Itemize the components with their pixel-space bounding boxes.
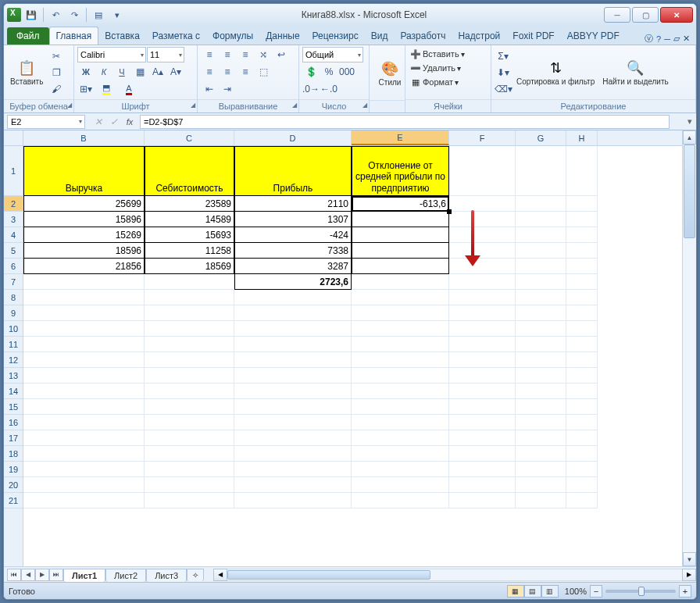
cell[interactable] (145, 290, 234, 305)
cell[interactable]: 2723,6 (234, 274, 352, 290)
align-left-icon[interactable]: ≡ (201, 64, 218, 80)
cell[interactable] (352, 227, 449, 243)
cell[interactable]: 15269 (23, 227, 145, 243)
row-header[interactable]: 15 (4, 399, 23, 415)
row-header[interactable]: 6 (4, 259, 23, 274)
cell[interactable] (566, 243, 598, 259)
zoom-in-button[interactable]: + (679, 585, 691, 598)
cell[interactable] (234, 446, 352, 462)
cell[interactable] (23, 368, 145, 384)
cell[interactable]: 18569 (145, 259, 234, 274)
decrease-font-icon[interactable]: A▾ (167, 64, 184, 80)
cell[interactable] (145, 305, 234, 321)
cell[interactable] (234, 430, 352, 446)
cell[interactable] (145, 446, 234, 462)
cell[interactable] (234, 290, 352, 305)
row-header[interactable]: 7 (4, 274, 23, 290)
cell[interactable] (566, 430, 598, 446)
col-header[interactable]: B (23, 130, 145, 145)
zoom-label[interactable]: 100% (565, 587, 587, 596)
cell[interactable] (566, 415, 598, 430)
col-header[interactable]: D (234, 130, 352, 145)
tab-view[interactable]: Вид (365, 27, 395, 45)
row-header[interactable]: 13 (4, 368, 23, 384)
row-header[interactable]: 21 (4, 493, 23, 508)
increase-font-icon[interactable]: A▴ (149, 64, 166, 80)
tab-nav-last-icon[interactable]: ⏭ (49, 569, 63, 581)
increase-decimal-icon[interactable]: .0→ (302, 81, 320, 97)
cell[interactable] (449, 196, 516, 212)
horizontal-scrollbar[interactable]: ◀ ▶ (213, 569, 696, 581)
cell[interactable] (23, 290, 145, 305)
scroll-right-icon[interactable]: ▶ (682, 569, 696, 581)
view-pagelayout-icon[interactable]: ▤ (524, 585, 541, 598)
cell[interactable] (566, 146, 598, 196)
cell[interactable] (352, 430, 449, 446)
cell[interactable] (516, 430, 566, 446)
cell[interactable] (566, 368, 598, 384)
qat-customize-icon[interactable]: ▾ (109, 6, 126, 23)
cell[interactable] (566, 384, 598, 399)
cell[interactable]: 15896 (23, 212, 145, 227)
cell[interactable] (352, 321, 449, 337)
cell[interactable]: 1307 (234, 212, 352, 227)
row-header[interactable]: 1 (4, 146, 23, 196)
col-header[interactable]: G (516, 130, 566, 145)
cell[interactable] (566, 446, 598, 462)
align-center-icon[interactable]: ≡ (219, 64, 236, 80)
cell[interactable] (516, 337, 566, 352)
font-size-combo[interactable]: 11 (147, 47, 184, 62)
cell[interactable] (449, 352, 516, 368)
tab-insert[interactable]: Вставка (98, 27, 146, 45)
cell[interactable] (566, 321, 598, 337)
help-icon[interactable]: ? (656, 34, 661, 44)
cell[interactable] (449, 321, 516, 337)
cell[interactable] (449, 430, 516, 446)
cell[interactable] (145, 337, 234, 352)
cell[interactable] (23, 305, 145, 321)
number-launcher-icon[interactable]: ◢ (362, 102, 367, 109)
cell[interactable] (145, 430, 234, 446)
row-header[interactable]: 8 (4, 290, 23, 305)
tab-nav-prev-icon[interactable]: ◀ (21, 569, 35, 581)
sort-filter-button[interactable]: ⇅ Сортировка и фильтр (513, 57, 598, 87)
cell[interactable]: 3287 (234, 259, 352, 274)
cell[interactable] (234, 305, 352, 321)
cell[interactable] (449, 493, 516, 508)
cell[interactable] (566, 305, 598, 321)
row-header[interactable]: 2 (4, 196, 23, 212)
view-pagebreak-icon[interactable]: ▥ (541, 585, 559, 598)
row-header[interactable]: 11 (4, 337, 23, 352)
cell[interactable] (352, 274, 449, 290)
cell[interactable] (352, 368, 449, 384)
mdi-restore-icon[interactable]: ▱ (673, 34, 680, 44)
cell[interactable] (566, 352, 598, 368)
cell[interactable] (516, 196, 566, 212)
cell[interactable] (449, 243, 516, 259)
decrease-decimal-icon[interactable]: ←.0 (320, 81, 338, 97)
merge-cells-icon[interactable]: ⬚ (255, 64, 272, 80)
cell[interactable] (23, 321, 145, 337)
formula-input[interactable]: =D2-$D$7 (140, 115, 670, 129)
cell[interactable] (449, 259, 516, 274)
fx-icon[interactable]: fx (123, 115, 137, 129)
cell[interactable]: 21856 (23, 259, 145, 274)
wrap-text-icon[interactable]: ↩ (273, 47, 290, 62)
cells-delete-button[interactable]: ➖Удалить ▾ (409, 61, 488, 75)
cell[interactable]: Выручка (23, 146, 145, 196)
cell[interactable] (516, 290, 566, 305)
bold-button[interactable]: Ж (77, 64, 95, 80)
border-button[interactable]: ▦ (131, 64, 148, 80)
cell[interactable] (449, 290, 516, 305)
cell[interactable]: Прибыль (234, 146, 352, 196)
cell[interactable] (352, 477, 449, 493)
row-header[interactable]: 19 (4, 462, 23, 477)
tab-file[interactable]: Файл (7, 27, 49, 45)
cell[interactable] (352, 243, 449, 259)
tab-addins[interactable]: Надстрой (452, 27, 506, 45)
cancel-formula-icon[interactable]: ✕ (91, 115, 105, 129)
cell[interactable] (516, 274, 566, 290)
hscroll-thumb[interactable] (227, 570, 430, 580)
cell[interactable] (145, 321, 234, 337)
cell[interactable] (516, 368, 566, 384)
